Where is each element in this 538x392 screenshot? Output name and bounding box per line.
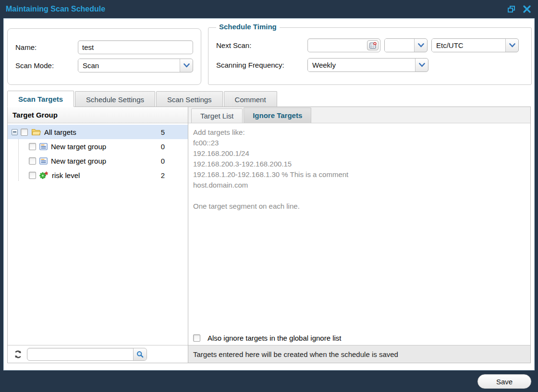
next-scan-time-select[interactable] [384, 38, 428, 52]
tree-row-all-targets[interactable]: All targets 5 [8, 125, 188, 139]
chevron-down-icon [506, 43, 518, 48]
tree-search [27, 348, 147, 361]
frequency-select[interactable]: Weekly [307, 58, 428, 72]
global-ignore-label: Also ignore targets in the global ignore… [208, 334, 342, 342]
tree-search-input[interactable] [27, 348, 147, 361]
general-panel: Name: Scan Mode: Scan [7, 28, 201, 85]
group-checkbox[interactable] [29, 172, 36, 179]
tab-comment[interactable]: Comment [224, 91, 277, 107]
tree-count: 0 [161, 157, 165, 165]
targets-subtabs: Target List Ignore Targets [188, 107, 530, 123]
name-label: Name: [15, 43, 78, 51]
global-ignore-checkbox[interactable] [193, 334, 200, 342]
target-group-icon [39, 143, 48, 150]
tab-scan-targets[interactable]: Scan Targets [7, 91, 74, 107]
frequency-label: Scanning Frequency: [216, 61, 307, 69]
tree-row-new-target-group-2[interactable]: New target group 0 [8, 154, 188, 168]
subtab-target-list[interactable]: Target List [191, 108, 243, 123]
window-title: Maintaining Scan Schedule [6, 5, 105, 13]
tree-label: All targets [44, 128, 76, 136]
search-icon[interactable] [133, 348, 147, 360]
ignore-targets-textarea[interactable] [188, 123, 530, 331]
target-group-tree: All targets 5 New target group [8, 123, 188, 345]
subtab-ignore-targets[interactable]: Ignore Targets [244, 107, 311, 123]
targets-pane: Target List Ignore Targets Add targets l… [188, 107, 530, 363]
group-checkbox[interactable] [29, 157, 36, 165]
restore-icon[interactable] [506, 4, 517, 14]
tab-schedule-settings[interactable]: Schedule Settings [75, 91, 155, 107]
refresh-icon[interactable] [12, 348, 24, 360]
tree-footer [8, 345, 188, 363]
tree-label: risk level [52, 171, 80, 179]
close-icon[interactable] [522, 4, 532, 14]
schedule-timing-legend: Schedule Timing [216, 23, 280, 31]
folder-icon [31, 128, 41, 136]
tree-row-new-target-group-1[interactable]: New target group 0 [8, 139, 188, 154]
global-ignore-row: Also ignore targets in the global ignore… [188, 331, 530, 345]
group-checkbox[interactable] [29, 143, 36, 150]
ignore-targets-editor: Add targets like: fc00::23 192.168.200.1… [188, 123, 530, 331]
chevron-down-icon [415, 43, 427, 48]
all-targets-checkbox[interactable] [21, 129, 28, 136]
scan-mode-label: Scan Mode: [15, 61, 78, 70]
timezone-value: Etc/UTC [432, 39, 506, 52]
chevron-down-icon [416, 63, 428, 67]
tree-count: 5 [161, 128, 165, 136]
next-scan-label: Next Scan: [216, 41, 307, 49]
timezone-select[interactable]: Etc/UTC [431, 38, 519, 52]
titlebar: Maintaining Scan Schedule [0, 0, 538, 18]
dialog-content: Name: Scan Mode: Scan Schedule Timing Ne… [3, 18, 535, 370]
tree-row-risk-level[interactable]: risk level 2 [8, 168, 188, 182]
target-group-icon [39, 157, 48, 165]
tree-count: 2 [161, 171, 165, 179]
frequency-value: Weekly [308, 59, 416, 71]
tree-label: New target group [51, 157, 106, 165]
calendar-icon[interactable] [367, 40, 379, 50]
chevron-down-icon [180, 63, 193, 68]
target-group-header: Target Group [8, 107, 188, 123]
next-scan-time-value [385, 39, 415, 52]
gear-star-icon [39, 171, 49, 179]
collapse-icon[interactable] [12, 129, 18, 135]
scan-mode-value: Scan [78, 59, 180, 72]
tree-label: New target group [51, 143, 106, 151]
scan-mode-select[interactable]: Scan [78, 59, 193, 72]
status-text: Targets entered here will be created whe… [193, 350, 398, 358]
schedule-timing-fieldset: Schedule Timing Next Scan: [208, 27, 532, 85]
tree-count: 0 [161, 143, 165, 151]
name-field[interactable] [78, 40, 193, 54]
save-button[interactable]: Save [477, 374, 531, 389]
target-group-pane: Target Group All targets 5 [8, 107, 188, 363]
tab-scan-settings[interactable]: Scan Settings [156, 91, 223, 107]
footer-bar: Save [0, 370, 538, 392]
dialog-window: Maintaining Scan Schedule Name: Scan Mod… [0, 0, 538, 392]
status-bar: Targets entered here will be created whe… [188, 345, 530, 363]
scan-targets-pane: Target Group All targets 5 [7, 107, 531, 363]
main-tabstrip: Scan Targets Schedule Settings Scan Sett… [7, 91, 531, 107]
